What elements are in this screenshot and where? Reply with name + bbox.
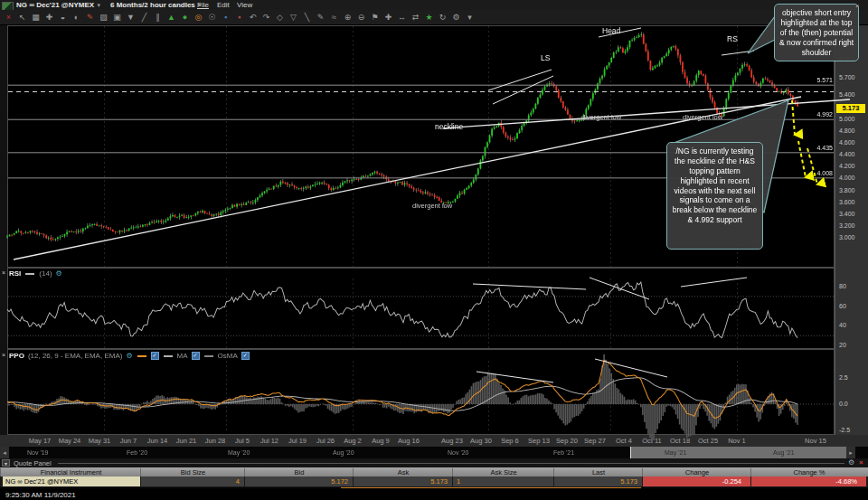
candlestick-canvas[interactable] — [0, 0, 868, 500]
scroll-range-label: May '21 — [665, 449, 686, 456]
ppo-settings-icon[interactable]: ⚙ — [126, 352, 132, 360]
scroll-range-label: Nov '20 — [448, 449, 469, 456]
ma-checkbox[interactable]: ✓ — [192, 352, 200, 360]
callout-close-icon[interactable]: × — [855, 3, 860, 10]
ppo-line-swatch — [137, 355, 146, 357]
scroll-range-label: Feb '21 — [553, 449, 574, 456]
trading-app-window: NG ∞ Dec'21 @NYMEX ▼ 6 Months/2 hour can… — [0, 0, 868, 500]
rsi-title: RSI — [9, 269, 21, 278]
rsi-line-swatch — [25, 273, 34, 275]
scroll-range-label: May '20 — [228, 449, 250, 456]
ppo-title: PPO — [9, 352, 24, 360]
ppo-params: (12, 26, 9 - EMA, EMA, EMA) — [28, 352, 122, 360]
callout-neckline-note[interactable]: /NG is currently testing the neckline of… — [666, 142, 763, 250]
ma-line-swatch — [164, 355, 173, 357]
ppo-checkbox[interactable]: ✓ — [151, 352, 159, 360]
rsi-params: (14) — [39, 269, 52, 278]
ppo-header: PPO (12, 26, 9 - EMA, EMA, EMA) ⚙ ✓ MA ✓… — [9, 352, 250, 360]
scroll-range-label: Feb '20 — [127, 449, 147, 456]
osma-line-swatch — [204, 355, 213, 357]
rsi-header: RSI (14) ⚙ — [9, 269, 62, 278]
scroll-range-label: Nov '19 — [27, 449, 49, 456]
scroll-range-label: Aug '21 — [773, 449, 795, 456]
osma-label: OsMA — [218, 352, 238, 360]
osma-checkbox[interactable]: ✓ — [241, 352, 250, 360]
scroll-range-label: Aug '20 — [333, 449, 354, 456]
ma-label: MA — [177, 352, 188, 360]
callout-short-entry[interactable]: objective short entry highlighted at the… — [774, 4, 859, 61]
rsi-settings-icon[interactable]: ⚙ — [56, 269, 62, 278]
